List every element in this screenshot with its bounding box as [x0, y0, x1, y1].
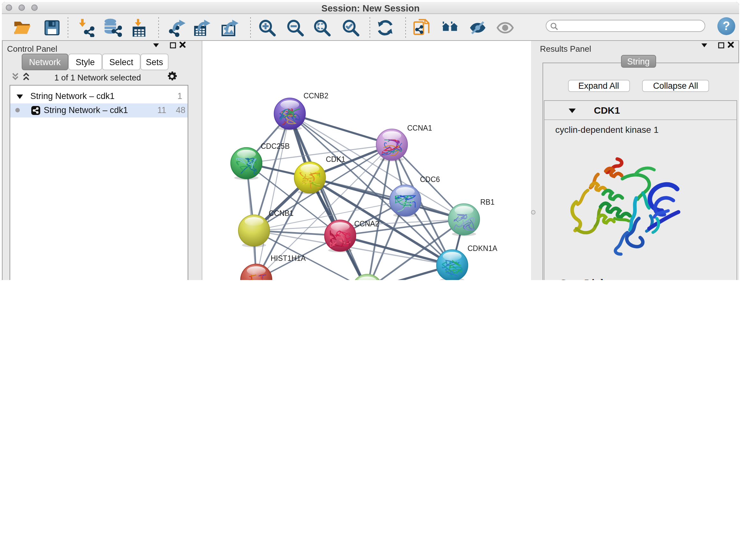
svg-text:CCNA1: CCNA1 [407, 124, 432, 132]
svg-text:HIST1H1A: HIST1H1A [270, 254, 306, 262]
svg-text:CCNB2: CCNB2 [303, 91, 328, 100]
svg-text:CDK1: CDK1 [326, 155, 345, 163]
svg-text:RB1: RB1 [480, 198, 494, 206]
svg-text:CDC25B: CDC25B [260, 142, 289, 150]
svg-text:CDC6: CDC6 [420, 175, 440, 183]
svg-text:CCNE1: CCNE1 [383, 279, 408, 280]
svg-text:CCNA2: CCNA2 [354, 219, 379, 228]
svg-text:CDKN1A: CDKN1A [467, 244, 497, 252]
svg-text:CCNB1: CCNB1 [268, 209, 293, 217]
